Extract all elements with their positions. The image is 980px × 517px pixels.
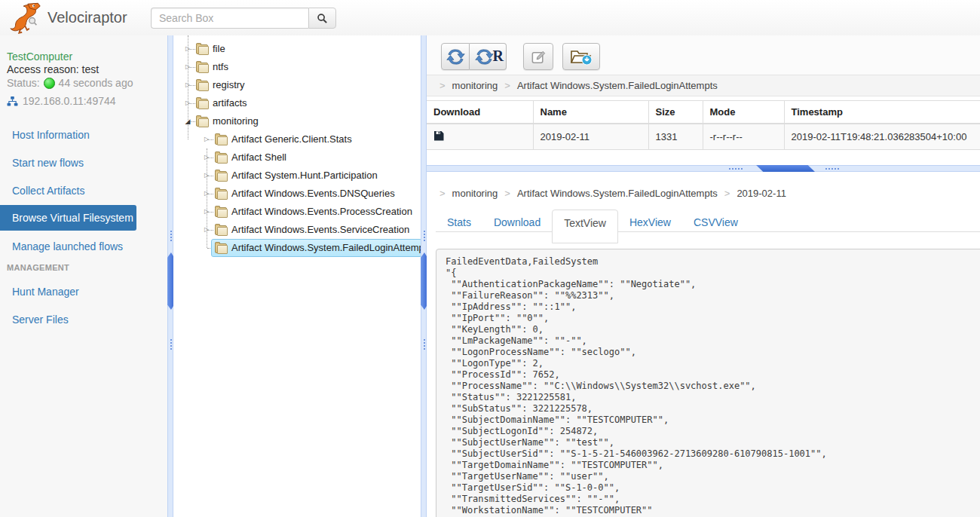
status-dot-icon (44, 78, 55, 89)
download-cell (427, 124, 533, 150)
breadcrumb-item-artifact[interactable]: Artifact Windows.System.FailedLoginAttem… (517, 80, 718, 91)
size-cell: 1331 (648, 124, 703, 150)
breadcrumb-item-monitoring[interactable]: monitoring (452, 188, 498, 199)
file-list-table: Download Name Size Mode Timestamp (427, 100, 980, 150)
textview-content[interactable]: FailedEventData,FailedSystem "{ ""Authen… (436, 249, 980, 517)
pane-splitter[interactable] (427, 165, 980, 172)
table-row[interactable]: 2019-02-11 1331 -r--r--r-- 2019-02-11T19… (427, 124, 980, 150)
breadcrumb-separator: > (439, 80, 446, 91)
tree-item-label: Artifact Generic.Client.Stats (231, 130, 352, 148)
vfs-tree-panel: file ntfs registry artifacts monitoring … (173, 35, 421, 517)
folder-icon (196, 44, 208, 54)
top-navbar: Velociraptor (0, 0, 980, 36)
tree-item-file[interactable]: file (173, 40, 421, 58)
expander-icon[interactable] (202, 185, 211, 203)
tree-item-artifact-generic-client-stats[interactable]: Artifact Generic.Client.Stats (173, 130, 421, 148)
tree-item-artifacts[interactable]: artifacts (173, 94, 421, 112)
tree-item-ntfs[interactable]: ntfs (173, 58, 421, 76)
splitter-grip (423, 230, 426, 242)
status-ago: 44 seconds ago (59, 77, 133, 89)
col-name: Name (533, 101, 648, 124)
content-pane: R > monitoring > Artifa (427, 35, 980, 517)
sidebar-item-manage-launched-flows[interactable]: Manage launched flows (0, 240, 167, 252)
search-input[interactable] (151, 8, 308, 29)
sidebar: TestComputer Access reason: test Status:… (0, 35, 167, 517)
tab-csvview[interactable]: CSVView (682, 210, 749, 235)
folder-icon (196, 99, 208, 109)
tree-item-monitoring[interactable]: monitoring (173, 112, 421, 130)
breadcrumb: > monitoring > Artifact Windows.System.F… (427, 75, 980, 96)
host-ip: 192.168.0.11:49744 (7, 95, 116, 107)
folder-icon (215, 243, 227, 253)
col-size: Size (648, 101, 703, 124)
splitter-grip (423, 338, 426, 350)
breadcrumb-separator: > (724, 188, 730, 199)
timestamp-cell: 2019-02-11T19:48:21.036283504+10:00 (784, 124, 980, 150)
tree-item-artifact-windows-system-failedloginattempts[interactable]: Artifact Windows.System.FailedLoginAttem… (173, 239, 421, 257)
tree-item-label: Artifact Windows.Events.ProcessCreation (231, 203, 412, 221)
sidebar-splitter[interactable] (167, 35, 173, 517)
splitter-grip (170, 230, 173, 242)
breadcrumb-separator: > (439, 188, 446, 199)
expander-icon[interactable] (202, 167, 211, 185)
expander-icon[interactable] (202, 203, 211, 221)
sidebar-item-hunt-manager[interactable]: Hunt Manager (0, 286, 167, 298)
tree-item-artifact-windows-events-dnsqueries[interactable]: Artifact Windows.Events.DNSQueries (173, 185, 421, 203)
expander-icon[interactable] (202, 130, 211, 148)
breadcrumb-item-date[interactable]: 2019-02-11 (737, 188, 786, 199)
folder-icon (196, 117, 208, 127)
breadcrumb-separator: > (504, 188, 510, 199)
tab-textview[interactable]: TextView (552, 210, 618, 243)
tree-item-label: artifacts (213, 94, 247, 112)
download-recursive-button[interactable] (562, 43, 600, 70)
refresh-directory-button[interactable] (441, 43, 470, 70)
folder-icon (215, 189, 227, 199)
tree-item-artifact-shell[interactable]: Artifact Shell (173, 148, 421, 167)
folder-icon (215, 135, 227, 145)
expander-icon[interactable] (183, 40, 192, 58)
expander-icon[interactable] (202, 148, 211, 167)
file-breadcrumb: > monitoring > Artifact Windows.System.F… (427, 183, 980, 203)
tree-item-artifact-system-hunt-participation[interactable]: Artifact System.Hunt.Participation (173, 167, 421, 185)
folder-icon (196, 63, 208, 72)
breadcrumb-item-artifact[interactable]: Artifact Windows.System.FailedLoginAttem… (517, 188, 718, 199)
tree-item-label: Artifact Windows.System.FailedLoginAttem… (231, 239, 421, 257)
expander-icon[interactable] (183, 94, 192, 112)
tree-splitter[interactable] (421, 35, 427, 517)
tab-hexview[interactable]: HexView (618, 210, 682, 235)
recursive-refresh-button[interactable]: R (470, 43, 507, 70)
tree-item-registry[interactable]: registry (173, 76, 421, 94)
tree-item-label: Artifact System.Hunt.Participation (231, 167, 378, 185)
expander-icon[interactable] (183, 76, 192, 94)
search-button[interactable] (308, 8, 336, 29)
expander-icon[interactable] (183, 58, 192, 76)
refresh-icon (446, 47, 465, 66)
recursive-overlay-label: R (493, 47, 504, 65)
folder-icon (196, 81, 208, 90)
edit-file-button[interactable] (523, 43, 553, 70)
folder-download-icon (570, 47, 593, 66)
expander-icon[interactable] (183, 112, 192, 130)
floppy-save-icon[interactable] (433, 130, 444, 141)
tab-stats[interactable]: Stats (436, 210, 482, 235)
tree-item-artifact-windows-events-processcreation[interactable]: Artifact Windows.Events.ProcessCreation (173, 203, 421, 221)
col-mode: Mode (703, 101, 784, 124)
col-timestamp: Timestamp (784, 101, 980, 124)
management-section-header: MANAGEMENT (7, 263, 69, 272)
tab-download[interactable]: Download (482, 210, 552, 235)
tree-item-artifact-windows-events-servicecreation[interactable]: Artifact Windows.Events.ServiceCreation (173, 221, 421, 239)
sidebar-item-browse-virtual-filesystem[interactable]: Browse Virtual Filesystem (0, 205, 136, 231)
expander-icon[interactable] (202, 221, 211, 239)
file-toolbar: R (427, 35, 980, 75)
sidebar-item-host-information[interactable]: Host Information (0, 129, 167, 141)
name-cell: 2019-02-11 (533, 124, 648, 150)
sidebar-item-collect-artifacts[interactable]: Collect Artifacts (0, 185, 167, 197)
breadcrumb-separator: > (504, 80, 510, 91)
breadcrumb-item-monitoring[interactable]: monitoring (452, 80, 498, 91)
folder-icon (215, 153, 227, 163)
tree-item-label: file (213, 40, 225, 58)
sidebar-item-start-new-flows[interactable]: Start new flows (0, 157, 167, 169)
tree-item-label: registry (213, 76, 245, 94)
sidebar-item-server-files[interactable]: Server Files (0, 314, 167, 326)
splitter-handle[interactable] (756, 165, 815, 172)
